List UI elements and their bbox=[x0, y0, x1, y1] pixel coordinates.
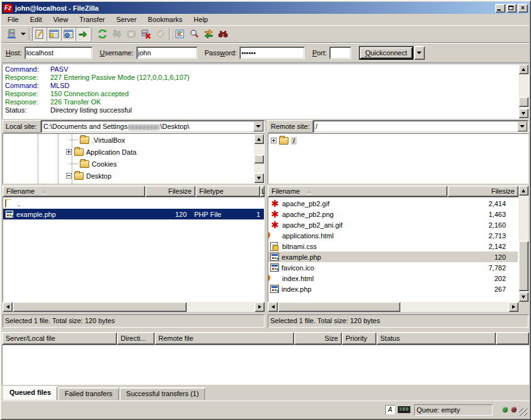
refresh-button[interactable] bbox=[95, 27, 109, 41]
scroll-thumb[interactable] bbox=[278, 302, 400, 312]
filter-button[interactable] bbox=[172, 27, 187, 41]
scroll-up-button[interactable] bbox=[518, 185, 528, 196]
css-file-icon bbox=[270, 242, 278, 251]
scroll-left-button[interactable] bbox=[268, 302, 278, 312]
reconnect-icon bbox=[155, 29, 165, 39]
file-row[interactable]: ✱apache_pb2.png 1,463 bbox=[268, 209, 518, 219]
folder-icon bbox=[80, 160, 89, 168]
tab-successful-transfers[interactable]: Successful transfers (1) bbox=[120, 387, 205, 400]
menu-bookmarks[interactable]: Bookmarks bbox=[142, 14, 188, 25]
title-bar[interactable]: Fz john@localhost - FileZilla × bbox=[2, 2, 529, 14]
host-input[interactable] bbox=[25, 47, 92, 59]
menu-view[interactable]: View bbox=[48, 14, 74, 25]
file-row-example-php[interactable]: example.php 120 PHP File 1 bbox=[3, 209, 264, 219]
scroll-thumb[interactable] bbox=[518, 241, 528, 291]
file-row[interactable]: applications.html 2,713 bbox=[268, 230, 518, 241]
find-files-button[interactable] bbox=[216, 27, 230, 41]
scroll-right-button[interactable] bbox=[508, 302, 518, 312]
column-header-empty[interactable] bbox=[496, 332, 529, 345]
tab-queued-files[interactable]: Queued files bbox=[3, 386, 57, 400]
scroll-thumb[interactable] bbox=[254, 155, 264, 163]
tree-item-application-data[interactable]: Application Data bbox=[66, 146, 136, 157]
scroll-down-button[interactable] bbox=[254, 173, 264, 183]
local-hscrollbar[interactable] bbox=[3, 302, 265, 312]
local-path-combo[interactable]: C:\Documents and Settings\Desktop\ bbox=[41, 120, 265, 133]
transfer-type-ascii-icon: A bbox=[385, 405, 395, 414]
process-queue-button[interactable] bbox=[109, 27, 124, 41]
column-header-remote-file[interactable]: Remote file bbox=[155, 332, 294, 345]
remote-path-combo[interactable]: / bbox=[313, 120, 528, 133]
column-header-priority[interactable]: Priority bbox=[342, 332, 376, 345]
menu-server[interactable]: Server bbox=[111, 14, 142, 25]
column-header-direction[interactable]: Directi... bbox=[117, 332, 155, 345]
cancel-operation-button[interactable] bbox=[124, 27, 138, 41]
scroll-left-button[interactable] bbox=[3, 302, 13, 312]
expand-plus-icon[interactable] bbox=[66, 149, 72, 155]
arrow-right-icon bbox=[512, 305, 515, 309]
resize-grip[interactable] bbox=[519, 408, 527, 416]
column-header-server-local-file[interactable]: Server/Local file bbox=[2, 332, 117, 345]
toggle-local-tree-button[interactable] bbox=[47, 27, 61, 41]
scroll-down-button[interactable] bbox=[518, 108, 528, 118]
tree-item-virtualbox[interactable]: .VirtualBox bbox=[69, 135, 125, 145]
password-input[interactable] bbox=[239, 47, 305, 59]
file-row[interactable]: ✱apache_pb2_ani.gif 2,160 bbox=[268, 219, 518, 230]
remote-vscrollbar[interactable] bbox=[518, 185, 528, 302]
column-header-filename[interactable]: Filename bbox=[3, 185, 145, 197]
disconnect-button[interactable] bbox=[138, 27, 153, 41]
toolbar-separator bbox=[92, 28, 93, 40]
toggle-remote-tree-button[interactable] bbox=[61, 27, 75, 41]
column-header-filetype[interactable]: Filetype bbox=[195, 185, 260, 197]
toggle-message-log-button[interactable] bbox=[32, 27, 47, 41]
remote-hscrollbar[interactable] bbox=[268, 302, 518, 312]
tree-item-cookies[interactable]: Cookies bbox=[69, 158, 117, 169]
sync-browsing-button[interactable] bbox=[201, 27, 216, 41]
quickconnect-bar: Host: Username: Password: Port: Quickcon… bbox=[2, 43, 529, 63]
tab-failed-transfers[interactable]: Failed transfers bbox=[58, 387, 119, 400]
column-header-lastmodified[interactable]: L bbox=[260, 185, 265, 197]
scroll-up-button[interactable] bbox=[518, 64, 528, 74]
column-header-size[interactable]: Size bbox=[294, 332, 342, 345]
minimize-button[interactable] bbox=[495, 4, 505, 13]
transfer-queue-list[interactable] bbox=[2, 345, 529, 385]
close-button[interactable]: × bbox=[518, 4, 528, 13]
reconnect-button[interactable] bbox=[153, 27, 167, 41]
tree-item-root[interactable]: / bbox=[271, 135, 297, 146]
scroll-up-button[interactable] bbox=[254, 134, 264, 144]
password-label: Password: bbox=[205, 49, 237, 57]
column-header-filesize[interactable]: Filesize bbox=[145, 185, 195, 197]
menu-file[interactable]: File bbox=[2, 14, 25, 25]
scroll-thumb[interactable] bbox=[518, 97, 528, 107]
quickconnect-dropdown[interactable] bbox=[414, 46, 425, 60]
scroll-thumb[interactable] bbox=[13, 302, 187, 312]
scroll-right-button[interactable] bbox=[255, 302, 265, 312]
minimize-icon bbox=[497, 9, 501, 11]
combo-dropdown-button[interactable] bbox=[253, 121, 263, 131]
file-row[interactable]: favicon.ico 7,782 bbox=[268, 262, 518, 273]
file-row-parent[interactable]: .. bbox=[3, 198, 264, 209]
column-header-status[interactable]: Status bbox=[376, 332, 496, 345]
collapse-minus-icon[interactable] bbox=[66, 173, 72, 179]
expand-plus-icon[interactable] bbox=[271, 138, 276, 143]
port-input[interactable] bbox=[329, 47, 351, 59]
maximize-button[interactable] bbox=[506, 4, 517, 13]
site-manager-button[interactable] bbox=[4, 27, 19, 41]
toggle-queue-button[interactable] bbox=[75, 27, 90, 41]
file-row[interactable]: ✱apache_pb2.gif 2,414 bbox=[268, 198, 518, 209]
menu-help[interactable]: Help bbox=[188, 14, 214, 25]
column-header-filesize[interactable]: Filesize bbox=[447, 185, 518, 197]
file-row[interactable]: index.html 202 bbox=[268, 273, 518, 284]
menu-edit[interactable]: Edit bbox=[25, 14, 48, 25]
file-row[interactable]: bitnami.css 2,142 bbox=[268, 241, 518, 251]
username-input[interactable] bbox=[136, 47, 197, 59]
file-row-selected[interactable]: example.php 120 bbox=[268, 251, 518, 262]
file-row[interactable]: index.php 267 bbox=[268, 284, 518, 294]
tree-item-desktop[interactable]: Desktop bbox=[66, 170, 111, 181]
quickconnect-button[interactable]: Quickconnect bbox=[359, 46, 413, 60]
site-manager-dropdown[interactable] bbox=[19, 27, 27, 41]
column-header-filename[interactable]: Filename bbox=[268, 185, 447, 197]
scroll-down-button[interactable] bbox=[518, 292, 528, 302]
combo-dropdown-button[interactable] bbox=[517, 121, 527, 131]
directory-compare-button[interactable] bbox=[187, 27, 201, 41]
menu-transfer[interactable]: Transfer bbox=[74, 14, 111, 25]
